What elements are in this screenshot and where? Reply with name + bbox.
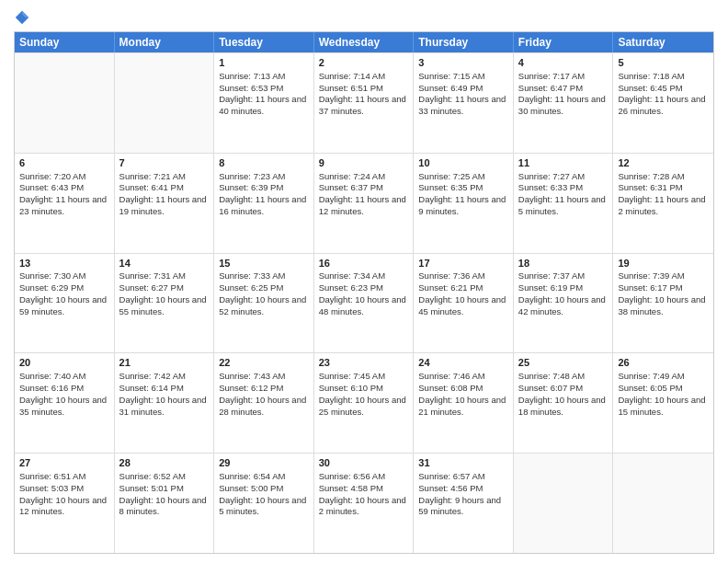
daylight-text: Daylight: 10 hours and 31 minutes. <box>119 395 207 417</box>
page: SundayMondayTuesdayWednesdayThursdayFrid… <box>0 0 728 563</box>
daylight-text: Daylight: 10 hours and 15 minutes. <box>618 395 705 417</box>
day-number: 6 <box>19 156 109 170</box>
day-number: 14 <box>119 257 210 270</box>
calendar-cell: 8Sunrise: 7:23 AMSunset: 6:39 PMDaylight… <box>214 154 314 253</box>
calendar-cell: 2Sunrise: 7:14 AMSunset: 6:51 PMDaylight… <box>314 53 415 153</box>
calendar-cell: 27Sunrise: 6:51 AMSunset: 5:03 PMDayligh… <box>15 454 115 553</box>
daylight-text: Daylight: 10 hours and 55 minutes. <box>119 294 207 316</box>
day-number: 17 <box>418 257 508 270</box>
sunrise-text: Sunrise: 7:46 AM <box>418 371 484 381</box>
daylight-text: Daylight: 11 hours and 40 minutes. <box>219 94 306 116</box>
day-number: 10 <box>418 156 508 170</box>
header-day-friday: Friday <box>514 32 614 52</box>
daylight-text: Daylight: 10 hours and 28 minutes. <box>219 395 306 417</box>
day-number: 1 <box>219 56 309 70</box>
calendar-cell: 7Sunrise: 7:21 AMSunset: 6:41 PMDaylight… <box>115 154 215 253</box>
day-number: 19 <box>618 257 709 270</box>
sunrise-text: Sunrise: 7:14 AM <box>319 71 385 81</box>
header <box>14 9 714 26</box>
day-number: 15 <box>219 257 309 270</box>
daylight-text: Daylight: 9 hours and 59 minutes. <box>418 495 501 517</box>
sunrise-text: Sunrise: 7:25 AM <box>418 171 484 181</box>
header-day-sunday: Sunday <box>15 32 115 52</box>
sunset-text: Sunset: 6:33 PM <box>518 182 583 192</box>
calendar-cell <box>514 454 614 553</box>
header-day-wednesday: Wednesday <box>314 32 415 52</box>
daylight-text: Daylight: 10 hours and 45 minutes. <box>418 294 506 316</box>
calendar: SundayMondayTuesdayWednesdayThursdayFrid… <box>14 31 714 554</box>
day-number: 12 <box>618 156 709 170</box>
sunset-text: Sunset: 6:19 PM <box>518 282 583 293</box>
daylight-text: Daylight: 10 hours and 21 minutes. <box>418 395 506 417</box>
sunset-text: Sunset: 6:27 PM <box>119 282 184 293</box>
sunrise-text: Sunrise: 7:27 AM <box>518 171 585 181</box>
sunset-text: Sunset: 6:45 PM <box>618 83 682 93</box>
daylight-text: Daylight: 11 hours and 33 minutes. <box>418 94 506 116</box>
calendar-cell: 23Sunrise: 7:45 AMSunset: 6:10 PMDayligh… <box>314 353 415 453</box>
calendar-cell: 4Sunrise: 7:17 AMSunset: 6:47 PMDaylight… <box>514 53 614 153</box>
calendar-cell: 15Sunrise: 7:33 AMSunset: 6:25 PMDayligh… <box>214 254 314 353</box>
sunset-text: Sunset: 6:07 PM <box>518 383 583 393</box>
day-number: 16 <box>319 257 409 270</box>
daylight-text: Daylight: 10 hours and 2 minutes. <box>319 495 406 517</box>
sunset-text: Sunset: 6:08 PM <box>418 383 483 393</box>
calendar-cell: 26Sunrise: 7:49 AMSunset: 6:05 PMDayligh… <box>613 353 713 453</box>
sunrise-text: Sunrise: 7:31 AM <box>119 270 186 281</box>
sunset-text: Sunset: 6:35 PM <box>418 182 483 192</box>
day-number: 18 <box>518 257 609 270</box>
calendar-cell: 14Sunrise: 7:31 AMSunset: 6:27 PMDayligh… <box>115 254 215 353</box>
calendar-cell <box>15 53 115 153</box>
sunset-text: Sunset: 6:51 PM <box>319 83 383 93</box>
sunrise-text: Sunrise: 7:42 AM <box>119 371 186 381</box>
day-number: 4 <box>518 56 609 70</box>
sunset-text: Sunset: 6:39 PM <box>219 182 283 192</box>
sunrise-text: Sunrise: 7:30 AM <box>19 270 85 281</box>
sunrise-text: Sunrise: 7:33 AM <box>219 270 285 281</box>
day-number: 21 <box>119 356 210 370</box>
sunrise-text: Sunrise: 6:56 AM <box>319 471 385 481</box>
calendar-cell: 30Sunrise: 6:56 AMSunset: 4:58 PMDayligh… <box>314 454 415 553</box>
day-number: 7 <box>119 156 210 170</box>
daylight-text: Daylight: 11 hours and 16 minutes. <box>219 194 306 216</box>
day-number: 31 <box>418 456 508 470</box>
calendar-cell: 11Sunrise: 7:27 AMSunset: 6:33 PMDayligh… <box>514 154 614 253</box>
calendar-cell <box>613 454 713 553</box>
calendar-cell: 1Sunrise: 7:13 AMSunset: 6:53 PMDaylight… <box>214 53 314 153</box>
sunrise-text: Sunrise: 6:57 AM <box>418 471 484 481</box>
sunset-text: Sunset: 6:25 PM <box>219 282 283 293</box>
daylight-text: Daylight: 10 hours and 35 minutes. <box>19 395 107 417</box>
sunset-text: Sunset: 6:16 PM <box>19 383 84 393</box>
day-number: 5 <box>618 56 709 70</box>
sunrise-text: Sunrise: 7:45 AM <box>319 371 385 381</box>
calendar-cell: 21Sunrise: 7:42 AMSunset: 6:14 PMDayligh… <box>115 353 215 453</box>
sunset-text: Sunset: 6:17 PM <box>618 282 682 293</box>
calendar-row-3: 13Sunrise: 7:30 AMSunset: 6:29 PMDayligh… <box>15 253 713 353</box>
sunset-text: Sunset: 6:31 PM <box>618 182 682 192</box>
calendar-cell: 3Sunrise: 7:15 AMSunset: 6:49 PMDaylight… <box>414 53 514 153</box>
calendar-body: 1Sunrise: 7:13 AMSunset: 6:53 PMDaylight… <box>15 52 713 553</box>
sunset-text: Sunset: 6:14 PM <box>119 383 184 393</box>
sunrise-text: Sunrise: 7:36 AM <box>418 270 484 281</box>
daylight-text: Daylight: 11 hours and 30 minutes. <box>518 94 606 116</box>
sunrise-text: Sunrise: 7:48 AM <box>518 371 585 381</box>
header-day-thursday: Thursday <box>414 32 514 52</box>
sunset-text: Sunset: 6:43 PM <box>19 182 84 192</box>
header-day-monday: Monday <box>115 32 215 52</box>
calendar-cell <box>115 53 215 153</box>
daylight-text: Daylight: 10 hours and 25 minutes. <box>319 395 406 417</box>
daylight-text: Daylight: 11 hours and 26 minutes. <box>618 94 705 116</box>
daylight-text: Daylight: 10 hours and 59 minutes. <box>19 294 107 316</box>
daylight-text: Daylight: 10 hours and 12 minutes. <box>19 495 107 517</box>
sunrise-text: Sunrise: 7:23 AM <box>219 171 285 181</box>
day-number: 29 <box>219 456 309 470</box>
sunrise-text: Sunrise: 7:13 AM <box>219 71 285 81</box>
calendar-cell: 28Sunrise: 6:52 AMSunset: 5:01 PMDayligh… <box>115 454 215 553</box>
day-number: 2 <box>319 56 409 70</box>
sunset-text: Sunset: 6:12 PM <box>219 383 283 393</box>
day-number: 28 <box>119 456 210 470</box>
sunset-text: Sunset: 5:01 PM <box>119 483 184 493</box>
daylight-text: Daylight: 11 hours and 12 minutes. <box>319 194 406 216</box>
daylight-text: Daylight: 11 hours and 2 minutes. <box>618 194 705 216</box>
sunset-text: Sunset: 5:03 PM <box>19 483 84 493</box>
calendar-cell: 22Sunrise: 7:43 AMSunset: 6:12 PMDayligh… <box>214 353 314 453</box>
